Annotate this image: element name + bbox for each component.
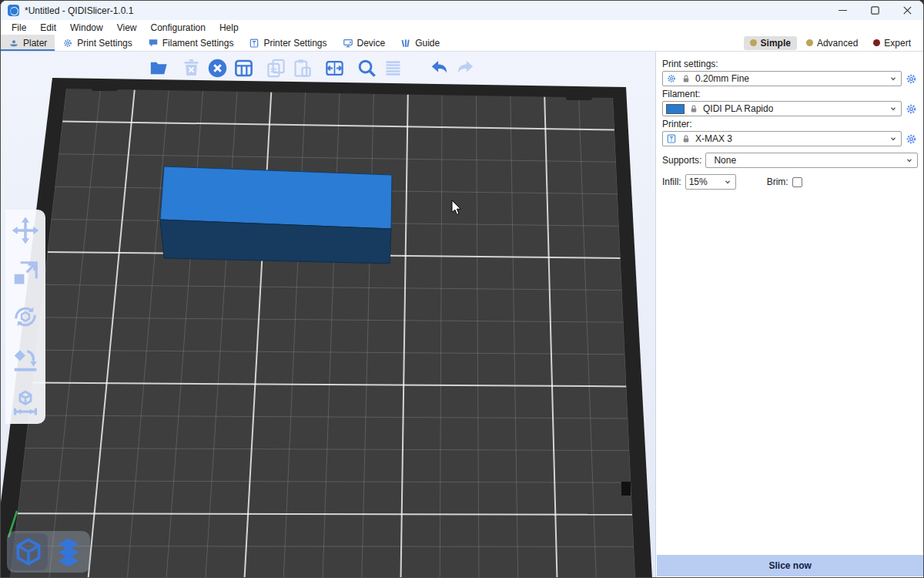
settings-panel: Print settings: 0.20mm Fine Filament: QI…	[655, 52, 924, 577]
printer-combo[interactable]: X-MAX 3	[662, 131, 902, 146]
tab-guide[interactable]: Guide	[393, 35, 447, 51]
mode-switcher: Simple Advanced Expert	[744, 35, 923, 51]
brim-label: Brim:	[767, 176, 788, 187]
supports-combo[interactable]: None	[705, 153, 918, 168]
paste-icon	[292, 58, 313, 79]
toolbar-open[interactable]	[146, 55, 172, 81]
tab-bar: Plater Print Settings Filament Settings …	[1, 35, 923, 52]
printer-gear-button[interactable]	[905, 133, 918, 146]
trash-icon	[181, 58, 202, 79]
toolbar-arrange[interactable]	[230, 55, 256, 81]
menu-window[interactable]: Window	[63, 22, 110, 34]
infill-value: 15%	[689, 176, 708, 187]
infill-label: Infill:	[662, 176, 681, 187]
rotate-icon	[11, 302, 40, 331]
supports-value: None	[709, 155, 736, 166]
copy-icon	[266, 58, 286, 79]
build-plate-scene[interactable]	[1, 52, 654, 577]
toolbar-split[interactable]	[321, 55, 347, 81]
menu-configuration[interactable]: Configuration	[144, 22, 213, 34]
title-bar[interactable]: *Untitled - QIDISlicer-1.0.1	[1, 1, 923, 20]
print-settings-gear-button[interactable]	[905, 72, 918, 86]
layers-list-icon	[383, 58, 403, 79]
tab-filament-settings[interactable]: Filament Settings	[140, 35, 242, 51]
gear-icon	[62, 38, 73, 49]
filament-label: Filament:	[662, 89, 918, 99]
tab-plater[interactable]: Plater	[1, 35, 55, 51]
advanced-dot-icon	[806, 39, 813, 46]
printer-label: Printer:	[662, 119, 918, 129]
print-settings-value: 0.20mm Fine	[695, 73, 749, 84]
place-on-face-icon	[11, 345, 40, 375]
mode-expert[interactable]: Expert	[867, 36, 917, 50]
lock-icon	[681, 73, 691, 84]
monitor-icon	[343, 38, 353, 49]
3d-viewport[interactable]	[1, 52, 655, 577]
toolbar-paste[interactable]	[289, 55, 315, 81]
chevron-down-icon	[889, 134, 898, 143]
model-object-top	[160, 166, 392, 229]
slice-now-button[interactable]: Slice now	[657, 555, 923, 576]
toolbar-layers[interactable]	[380, 55, 406, 81]
redo-icon	[455, 58, 476, 79]
menu-help[interactable]: Help	[213, 22, 246, 34]
printer-icon	[249, 38, 259, 49]
menu-view[interactable]: View	[110, 22, 144, 34]
move-icon	[11, 216, 40, 245]
chevron-down-icon	[889, 104, 898, 113]
toolbar-delete-all[interactable]	[204, 55, 230, 81]
supports-label: Supports:	[662, 155, 701, 166]
expert-dot-icon	[873, 39, 880, 46]
app-window: *Untitled - QIDISlicer-1.0.1 File Edit W…	[0, 0, 924, 578]
tab-printer-settings[interactable]: Printer Settings	[241, 35, 334, 51]
gizmo-measure[interactable]	[9, 387, 42, 419]
scale-icon	[11, 259, 40, 288]
lock-icon	[688, 103, 699, 114]
folder-open-icon	[149, 58, 169, 79]
menu-bar: File Edit Window View Configuration Help	[1, 20, 923, 35]
printer-value: X-MAX 3	[695, 133, 732, 144]
gizmo-move[interactable]	[9, 214, 42, 247]
app-logo-icon	[8, 5, 19, 16]
chevron-down-icon	[889, 74, 898, 83]
maximize-button[interactable]	[859, 1, 891, 20]
books-icon	[400, 38, 411, 49]
view-switch	[7, 531, 90, 573]
filament-color-swatch	[666, 104, 685, 114]
lock-icon	[681, 133, 691, 144]
brim-checkbox[interactable]	[792, 177, 802, 187]
print-settings-label: Print settings:	[662, 59, 918, 69]
mode-advanced[interactable]: Advanced	[800, 36, 864, 50]
simple-dot-icon	[750, 39, 757, 46]
mode-simple[interactable]: Simple	[744, 36, 797, 50]
close-button[interactable]	[891, 1, 923, 20]
view-3d-editor[interactable]	[9, 533, 48, 570]
toolbar-redo[interactable]	[452, 55, 478, 81]
toolbar-copy[interactable]	[263, 55, 289, 81]
gizmo-place-on-face[interactable]	[9, 344, 42, 376]
menu-file[interactable]: File	[5, 22, 33, 34]
minimize-button[interactable]	[826, 1, 859, 20]
chevron-down-icon	[723, 177, 732, 187]
delete-all-icon	[207, 58, 228, 79]
view-preview-layers[interactable]	[49, 533, 88, 570]
tab-device[interactable]: Device	[335, 35, 393, 51]
gizmo-scale[interactable]	[9, 257, 42, 290]
tab-print-settings[interactable]: Print Settings	[55, 35, 139, 51]
gizmo-rotate[interactable]	[9, 301, 42, 333]
filament-gear-button[interactable]	[905, 102, 918, 116]
menu-edit[interactable]: Edit	[33, 22, 63, 34]
cube-icon	[13, 536, 44, 567]
toolbar-undo[interactable]	[426, 55, 452, 81]
undo-icon	[429, 58, 450, 79]
infill-combo[interactable]: 15%	[685, 174, 736, 190]
split-icon	[324, 58, 345, 79]
measure-icon	[11, 388, 40, 418]
print-settings-combo[interactable]: 0.20mm Fine	[662, 71, 902, 86]
toolbar-search[interactable]	[353, 55, 380, 81]
layers-stack-icon	[53, 536, 84, 567]
filament-combo[interactable]: QIDI PLA Rapido	[662, 101, 902, 116]
filament-value: QIDI PLA Rapido	[703, 103, 773, 114]
toolbar-delete[interactable]	[178, 55, 204, 81]
chevron-down-icon	[905, 156, 914, 165]
